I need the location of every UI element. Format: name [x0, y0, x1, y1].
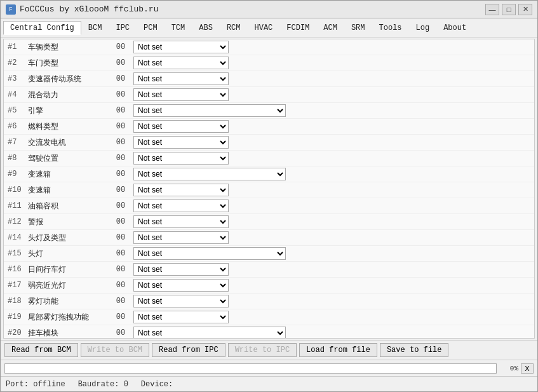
close-button[interactable]: ✕ [518, 4, 532, 15]
row-select[interactable]: Not set [133, 152, 229, 165]
row-label: 车辆类型 [28, 42, 111, 53]
row-number: #11 [8, 201, 28, 210]
tab-tcm[interactable]: TCM [165, 21, 192, 35]
tab-abs[interactable]: ABS [192, 21, 220, 35]
table-row: #1车辆类型00Not set [4, 39, 534, 55]
row-number: #18 [8, 297, 28, 306]
row-number: #19 [8, 313, 28, 321]
load-file-button[interactable]: Load from file [299, 343, 377, 357]
row-hex-value: 00 [111, 138, 131, 147]
tab-pcm[interactable]: PCM [137, 21, 165, 35]
tab-central-config[interactable]: Central Config [3, 21, 81, 35]
row-label: 弱亮近光灯 [28, 280, 111, 291]
table-row: #5引擎00Not set [4, 103, 534, 119]
read-bcm-button[interactable]: Read from BCM [4, 343, 78, 357]
tab-bar: Central Config BCM IPC PCM TCM ABS RCM H… [1, 18, 537, 37]
table-row: #18雾灯功能00Not set [4, 294, 534, 309]
row-select[interactable]: Not set [133, 247, 286, 260]
row-number: #4 [8, 90, 28, 99]
tab-ipc[interactable]: IPC [109, 21, 137, 35]
status-bar: Port: offline Baudrate: 0 Device: [1, 376, 537, 391]
table-row: #16日间行车灯00Not set [4, 262, 534, 278]
write-ipc-button[interactable]: Write to IPC [228, 343, 297, 357]
row-select[interactable]: Not set [133, 104, 286, 117]
row-select[interactable]: Not set [133, 263, 229, 276]
row-label: 引擎 [28, 105, 111, 116]
status-device: Device: [141, 380, 173, 389]
table-row: #9变速箱00Not set [4, 166, 534, 182]
row-select[interactable]: Not set [133, 311, 229, 323]
tab-srm[interactable]: SRM [344, 21, 372, 35]
table-row: #7交流发电机00Not set [4, 135, 534, 151]
row-number: #8 [8, 154, 28, 163]
row-select[interactable]: Not set [133, 41, 229, 53]
row-number: #16 [8, 265, 28, 274]
row-label: 车门类型 [28, 58, 111, 69]
row-label: 日间行车灯 [28, 264, 111, 275]
tab-acm[interactable]: ACM [316, 21, 344, 35]
bottom-buttons: Read from BCM Write to BCM Read from IPC… [1, 340, 537, 360]
table-row: #2车门类型00Not set [4, 55, 534, 71]
row-number: #9 [8, 170, 28, 179]
write-bcm-button[interactable]: Write to BCM [81, 343, 149, 357]
row-label: 挂车模块 [28, 328, 111, 339]
row-label: 混合动力 [28, 90, 111, 100]
status-baudrate: Baudrate: 0 [78, 380, 128, 389]
progress-cancel-button[interactable]: X [521, 363, 534, 374]
row-hex-value: 00 [111, 90, 131, 99]
row-select[interactable]: Not set [133, 279, 229, 292]
table-row: #4混合动力00Not set [4, 87, 534, 103]
row-hex-value: 00 [111, 233, 131, 242]
progress-bar-area: 0% X [1, 360, 537, 376]
row-hex-value: 00 [111, 122, 131, 131]
row-number: #10 [8, 186, 28, 194]
progress-bar-track [4, 363, 497, 374]
row-number: #1 [8, 43, 28, 51]
window-title: FoCCCus by xGloooM ffclub.ru [20, 4, 158, 14]
row-number: #3 [8, 74, 28, 83]
row-label: 燃料类型 [28, 121, 111, 132]
tab-hvac[interactable]: HVAC [247, 21, 279, 35]
scroll-area[interactable]: #1车辆类型00Not set#2车门类型00Not set#3变速器传动系统0… [4, 39, 534, 338]
app-icon: F [6, 4, 16, 15]
row-number: #17 [8, 281, 28, 290]
row-hex-value: 00 [111, 43, 131, 51]
row-select[interactable]: Not set [133, 120, 229, 133]
row-number: #15 [8, 249, 28, 258]
tab-fcdim[interactable]: FCDIM [279, 21, 316, 35]
maximize-button[interactable]: □ [502, 4, 516, 15]
row-label: 油箱容积 [28, 201, 111, 212]
row-select[interactable]: Not set [133, 72, 229, 85]
progress-label: 0% [499, 365, 518, 372]
row-select[interactable]: Not set [133, 215, 229, 228]
row-select[interactable]: Not set [133, 295, 229, 308]
row-select[interactable]: Not set [133, 136, 229, 149]
tab-log[interactable]: Log [409, 21, 437, 35]
tab-rcm[interactable]: RCM [220, 21, 248, 35]
row-select[interactable]: Not set [133, 184, 229, 196]
row-select[interactable]: Not set [133, 168, 286, 180]
save-file-button[interactable]: Save to file [380, 343, 448, 357]
row-select[interactable]: Not set [133, 231, 229, 244]
row-select[interactable]: Not set [133, 327, 286, 338]
row-select[interactable]: Not set [133, 88, 229, 101]
table-row: #15头灯00Not set [4, 246, 534, 262]
row-label: 变速器传动系统 [28, 74, 111, 84]
row-label: 头灯 [28, 248, 111, 259]
row-select[interactable]: Not set [133, 57, 229, 69]
title-bar: F FoCCCus by xGloooM ffclub.ru — □ ✕ [1, 1, 537, 18]
row-number: #7 [8, 138, 28, 147]
read-ipc-button[interactable]: Read from IPC [152, 343, 225, 357]
table-row: #10变速箱00Not set [4, 182, 534, 198]
table-row: #11油箱容积00Not set [4, 198, 534, 214]
row-label: 雾灯功能 [28, 296, 111, 307]
minimize-button[interactable]: — [485, 4, 499, 15]
row-select[interactable]: Not set [133, 199, 229, 212]
content-area: #1车辆类型00Not set#2车门类型00Not set#3变速器传动系统0… [3, 39, 535, 339]
row-label: 变速箱 [28, 185, 111, 196]
tab-bcm[interactable]: BCM [81, 21, 109, 35]
tab-about[interactable]: About [436, 21, 473, 35]
row-label: 尾部雾灯拖拽功能 [28, 312, 111, 323]
table-row: #14头灯及类型00Not set [4, 230, 534, 246]
tab-tools[interactable]: Tools [372, 21, 409, 35]
